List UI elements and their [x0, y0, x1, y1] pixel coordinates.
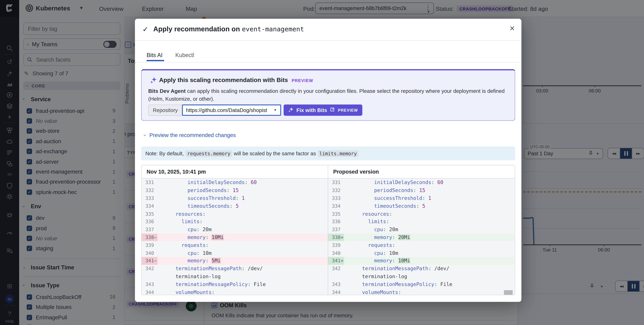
- chevron-down-icon: ›: [143, 134, 148, 136]
- bits-panel-body: Bits Dev Agent can apply this scaling re…: [148, 88, 508, 103]
- bits-recommendation-panel: Apply this scaling recommendation with B…: [141, 69, 515, 121]
- note-prefix: Note: By default,: [145, 150, 184, 156]
- diff-line-332: 332 periodSeconds: 15: [328, 186, 515, 194]
- bits-heading-text: Apply this scaling recommendation with B…: [159, 76, 288, 83]
- diff-line-code: initialDelaySeconds: 60: [344, 180, 443, 186]
- diff-line-331: 331 initialDelaySeconds: 60: [142, 178, 328, 186]
- diff-line-code: terminationMessagePath: /dev/: [344, 266, 450, 272]
- diff-line-code: terminationMessagePath: /dev/: [158, 266, 263, 272]
- diff-line-331: 331 initialDelaySeconds: 60: [328, 178, 515, 186]
- app-viewport: Kubernetes ▼ Overview Explorer Map Pod: …: [0, 0, 644, 325]
- diff-current-version-header: Nov 10, 2025, 10:41 pm: [142, 165, 328, 178]
- diff-line-code: termination-log: [158, 274, 221, 279]
- diff-line-code: volumeMounts:: [158, 289, 214, 295]
- active-tab-underline: [146, 60, 164, 61]
- bits-body-text: can apply this scaling recommendation di…: [148, 88, 505, 102]
- diff-line-code: resources:: [158, 211, 206, 217]
- diff-line-number: 342: [142, 265, 158, 272]
- fix-button-label: Fix with Bits: [296, 107, 327, 113]
- diff-line-code: cpu: 10m: [344, 250, 398, 256]
- diff-line-number: 335: [328, 210, 344, 218]
- diff-line-339: 339 requests:: [328, 241, 515, 249]
- diff-line-code: successThreshold: 1: [158, 195, 245, 201]
- diff-line-332: 332 periodSeconds: 15: [142, 186, 328, 194]
- diff-minimap-scrollbar[interactable]: [504, 290, 512, 295]
- repository-dropdown[interactable]: https://github.com/DataDog/shopist ▼: [182, 104, 281, 116]
- diff-line-number: 333: [328, 194, 344, 202]
- diff-line-343: 343 terminationMessagePolicy: File: [142, 280, 328, 288]
- diff-line-code: initialDelaySeconds: 60: [158, 180, 257, 186]
- diff-line-code: cpu: 10m: [158, 250, 212, 256]
- tab-bottom-border: [135, 62, 522, 62]
- diff-line-335: 335 resources:: [328, 210, 515, 218]
- diff-line-number: 344: [328, 288, 344, 295]
- diff-line-338: 338+ memory: 20Mi: [328, 234, 515, 241]
- bits-dev-agent-label: Bits Dev Agent: [148, 88, 186, 94]
- diff-line-code: terminationMessagePolicy: File: [158, 281, 266, 287]
- diff-line-code: cpu: 20m: [344, 226, 398, 232]
- diff-proposed-version-header: Proposed version: [328, 165, 515, 178]
- modal-title-prefix: Apply recommendation on: [153, 25, 240, 32]
- diff-line-code: resources:: [344, 211, 392, 217]
- diff-line-number: 341—: [142, 257, 158, 265]
- sparkles-icon: [150, 76, 157, 85]
- diff-line-number: 337: [142, 226, 158, 234]
- diff-line-334: 334 timeoutSeconds: 5: [142, 202, 328, 210]
- diff-line-number: 337: [328, 226, 344, 234]
- diff-line-code: memory: 10Mi: [344, 258, 410, 264]
- modal-title-code: event-management: [242, 25, 304, 33]
- diff-line-number: 340: [328, 249, 344, 257]
- tab-kubectl[interactable]: Kubectl: [175, 52, 194, 58]
- close-icon[interactable]: ×: [510, 23, 515, 33]
- repository-value: https://github.com/DataDog/shopist: [186, 107, 267, 113]
- diff-line-number: 334: [328, 202, 344, 210]
- diff-line-code: memory: 5Mi: [158, 258, 221, 264]
- diff-line-number: 343: [328, 280, 344, 288]
- diff-line-343: 343 terminationMessagePolicy: File: [328, 280, 515, 288]
- diff-line-number: 335: [142, 210, 158, 218]
- apply-recommendation-modal: ✓ Apply recommendation on event-manageme…: [135, 19, 522, 302]
- diff-line-continuation: termination-log: [328, 272, 515, 280]
- preview-changes-link[interactable]: › Preview the recommended changes: [144, 132, 236, 138]
- diff-line-number: 339: [142, 241, 158, 249]
- diff-line-number: 331: [328, 178, 344, 186]
- diff-line-337: 337 cpu: 20m: [142, 226, 328, 234]
- diff-line-code: memory: 10Mi: [158, 234, 224, 240]
- diff-line-number: 333: [142, 194, 158, 202]
- diff-line-code: limits:: [158, 219, 202, 224]
- diff-line-number: 339: [328, 241, 344, 249]
- bits-panel-heading: Apply this scaling recommendation with B…: [159, 76, 313, 83]
- diff-line-number: 336: [328, 218, 344, 226]
- diff-line-number: 332: [328, 186, 344, 194]
- tab-bits-ai[interactable]: Bits AI: [146, 52, 162, 58]
- diff-left-pane: 331 initialDelaySeconds: 60332 periodSec…: [142, 178, 328, 295]
- diff-line-code: successThreshold: 1: [344, 195, 431, 201]
- diff-line-number: 342: [328, 265, 344, 272]
- chevron-down-icon: ▼: [274, 108, 277, 112]
- note-middle: will be scaled by the same factor as: [234, 150, 316, 156]
- diff-line-number: 338+: [328, 234, 344, 241]
- diff-line-code: volumeMounts:: [344, 289, 401, 295]
- fix-with-bits-button[interactable]: Fix with Bits PREVIEW: [284, 104, 362, 116]
- diff-line-code: termination-log: [344, 274, 407, 279]
- diff-line-code: limits:: [344, 219, 389, 224]
- diff-line-code: periodSeconds: 15: [158, 188, 239, 193]
- diff-line-336: 336 limits:: [142, 218, 328, 226]
- diff-line-333: 333 successThreshold: 1: [142, 194, 328, 202]
- diff-line-number: 340: [142, 249, 158, 257]
- sparkles-icon: [288, 107, 294, 114]
- diff-line-number: 331: [142, 178, 158, 186]
- diff-line-338: 338— memory: 10Mi: [142, 234, 328, 241]
- diff-right-pane: 331 initialDelaySeconds: 60332 periodSec…: [328, 178, 515, 295]
- repository-label: Repository: [148, 104, 182, 116]
- note-banner: Note: By default, requests.memory will b…: [141, 146, 515, 160]
- diff-line-340: 340 cpu: 10m: [328, 249, 515, 257]
- diff-line-341: 341— memory: 5Mi: [142, 257, 328, 265]
- diff-line-code: timeoutSeconds: 5: [344, 203, 425, 209]
- diff-line-number: 334: [142, 202, 158, 210]
- diff-line-339: 339 requests:: [142, 241, 328, 249]
- datadog-screen: Kubernetes ▼ Overview Explorer Map Pod: …: [0, 0, 644, 325]
- diff-line-number: 341+: [328, 257, 344, 265]
- diff-line-number: [142, 272, 158, 280]
- note-code-limits-memory: limits.memory: [318, 150, 358, 157]
